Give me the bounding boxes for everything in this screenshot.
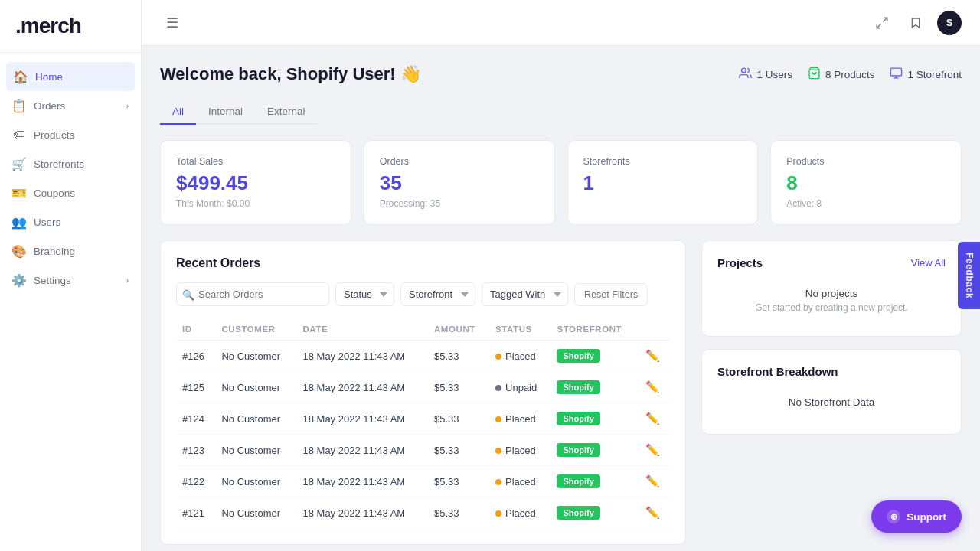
storefront-breakdown-title: Storefront Breakdown [717,365,838,378]
order-edit[interactable]: ✏️ [639,372,670,403]
table-row: #123 No Customer 18 May 2022 11:43 AM $5… [176,435,670,466]
table-row: #125 No Customer 18 May 2022 11:43 AM $5… [176,372,670,403]
tagged-with-filter[interactable]: Tagged With [482,282,568,306]
sidebar-item-orders[interactable]: 📋 Orders › [0,91,141,120]
edit-icon[interactable]: ✏️ [645,380,660,393]
support-button[interactable]: ⊕ Support [871,500,962,533]
status-filter[interactable]: Status [335,282,394,306]
support-icon: ⊕ [887,510,900,523]
edit-icon[interactable]: ✏️ [645,349,660,362]
table-header-id: ID [176,318,215,341]
search-wrap: 🔍 [176,282,329,306]
sidebar-item-home[interactable]: 🏠 Home [6,62,135,91]
order-edit[interactable]: ✏️ [639,435,670,466]
tab-internal[interactable]: Internal [196,99,255,123]
card-sub: Processing: 35 [380,198,539,209]
sidebar-item-branding[interactable]: 🎨 Branding [0,236,141,266]
bookmark-icon[interactable] [903,11,928,35]
card-sub: This Month: $0.00 [176,198,335,209]
avatar[interactable]: S [937,11,962,35]
edit-icon[interactable]: ✏️ [645,443,660,456]
card-value: 35 [380,171,539,195]
order-amount: $5.33 [428,435,489,466]
edit-icon[interactable]: ✏️ [645,412,660,425]
products-stat: 8 Products [808,67,875,83]
order-customer: No Customer [215,372,296,403]
expand-icon[interactable] [870,11,894,35]
table-row: #126 No Customer 18 May 2022 11:43 AM $5… [176,341,670,372]
order-customer: No Customer [215,435,296,466]
logo-text: .merch [15,14,81,37]
tab-external[interactable]: External [255,99,318,123]
svg-point-2 [742,68,746,73]
storefront-filter[interactable]: Storefront [400,282,475,306]
view-all-button[interactable]: View All [911,257,946,269]
content-area: Welcome back, Shopify User! 👋 1 Users 8 … [142,46,980,551]
order-edit[interactable]: ✏️ [639,497,670,529]
sidebar-item-products[interactable]: 🏷 Products [0,120,141,149]
order-date: 18 May 2022 11:43 AM [296,497,427,529]
tab-all[interactable]: All [160,99,196,123]
sidebar-item-users[interactable]: 👥 Users [0,207,141,236]
reset-filters-button[interactable]: Reset Filters [574,283,648,306]
order-id: #125 [176,372,215,403]
sidebar: .merch 🏠 Home 📋 Orders › 🏷 Products 🛒 St… [0,0,142,551]
edit-icon[interactable]: ✏️ [645,474,660,487]
table-row: #124 No Customer 18 May 2022 11:43 AM $5… [176,403,670,435]
projects-empty: No projects Get started by creating a ne… [717,280,946,321]
settings-nav-label: Settings [34,275,71,286]
users-stat: 1 Users [739,67,792,83]
shopify-badge: Shopify [557,443,599,457]
products-count: 8 Products [825,69,875,80]
coupons-nav-label: Coupons [34,187,75,199]
shopify-badge: Shopify [557,380,599,394]
projects-empty-title: No projects [717,288,946,299]
feedback-tab[interactable]: Feedback [958,242,980,309]
sidebar-nav: 🏠 Home 📋 Orders › 🏷 Products 🛒 Storefron… [0,53,141,551]
sidebar-item-coupons[interactable]: 🎫 Coupons [0,178,141,207]
bottom-section: Recent Orders 🔍 Status Storefront Tagged… [160,240,962,545]
order-date: 18 May 2022 11:43 AM [296,341,427,372]
edit-icon[interactable]: ✏️ [645,506,660,519]
order-status: Placed [489,466,550,497]
orders-title: Recent Orders [176,256,260,270]
order-edit[interactable]: ✏️ [639,341,670,372]
projects-title: Projects [717,256,763,269]
order-id: #122 [176,466,215,497]
table-header-customer: CUSTOMER [215,318,296,341]
storefronts-nav-icon: 🛒 [12,157,26,171]
products-nav-label: Products [34,129,74,141]
projects-panel: Projects View All No projects Get starte… [701,240,962,337]
order-storefront: Shopify [550,497,639,529]
search-input[interactable] [176,282,329,306]
table-header- [639,318,670,341]
storefront-breakdown-panel: Storefront Breakdown No Storefront Data [701,349,962,435]
page-title: Welcome back, Shopify User! 👋 [160,64,421,84]
table-header-storefront: STOREFRONT [550,318,639,341]
card-label: Storefronts [583,156,743,167]
order-customer: No Customer [215,466,296,497]
order-edit[interactable]: ✏️ [639,403,670,435]
order-edit[interactable]: ✏️ [639,466,670,497]
shopify-badge: Shopify [557,349,599,363]
storefront-icon [890,67,903,83]
storefront-panel-header: Storefront Breakdown [717,365,946,378]
menu-icon[interactable]: ☰ [160,11,185,35]
order-date: 18 May 2022 11:43 AM [296,403,427,435]
order-storefront: Shopify [550,435,639,466]
search-icon: 🔍 [182,289,194,300]
products-icon [808,67,821,83]
sidebar-item-settings[interactable]: ⚙️ Settings › [0,266,141,295]
orders-nav-label: Orders [34,100,65,112]
order-amount: $5.33 [428,466,489,497]
order-status: Placed [489,435,550,466]
table-row: #121 No Customer 18 May 2022 11:43 AM $5… [176,497,670,529]
orders-nav-icon: 📋 [12,99,26,112]
order-date: 18 May 2022 11:43 AM [296,435,427,466]
svg-rect-4 [891,68,902,76]
shopify-badge: Shopify [557,474,599,488]
order-amount: $5.33 [428,497,489,529]
sidebar-item-storefronts[interactable]: 🛒 Storefronts [0,149,141,178]
status-dot [495,510,501,517]
svg-line-0 [884,18,887,21]
